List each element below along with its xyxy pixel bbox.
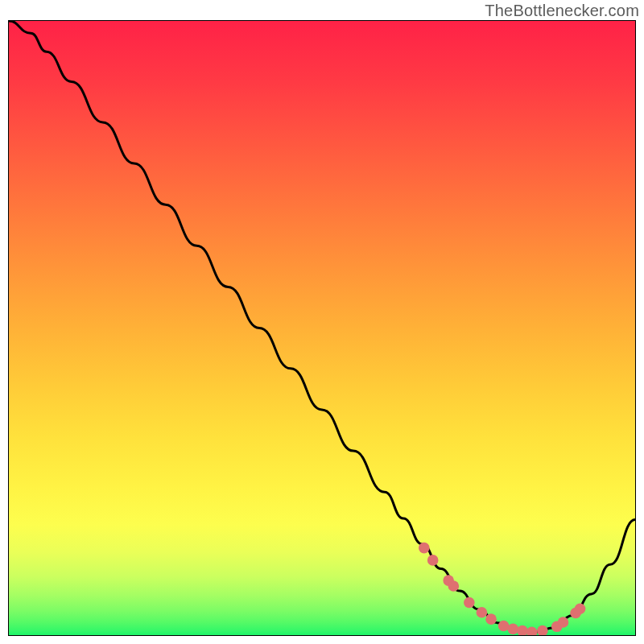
watermark-text: TheBottlenecker.com bbox=[485, 2, 639, 20]
optimum-marker bbox=[498, 621, 510, 632]
chart-container: TheBottlenecker.com bbox=[0, 0, 644, 644]
optimum-marker bbox=[485, 613, 497, 625]
gradient-background bbox=[9, 21, 635, 635]
optimum-marker bbox=[507, 624, 518, 635]
optimum-marker bbox=[477, 607, 488, 618]
optimum-marker bbox=[427, 555, 439, 566]
optimum-marker bbox=[575, 603, 586, 614]
optimum-marker bbox=[464, 597, 475, 609]
optimum-marker bbox=[448, 580, 460, 592]
plot-svg bbox=[9, 21, 635, 635]
optimum-marker bbox=[419, 543, 430, 554]
plot-frame bbox=[8, 20, 636, 636]
optimum-marker bbox=[558, 617, 569, 628]
